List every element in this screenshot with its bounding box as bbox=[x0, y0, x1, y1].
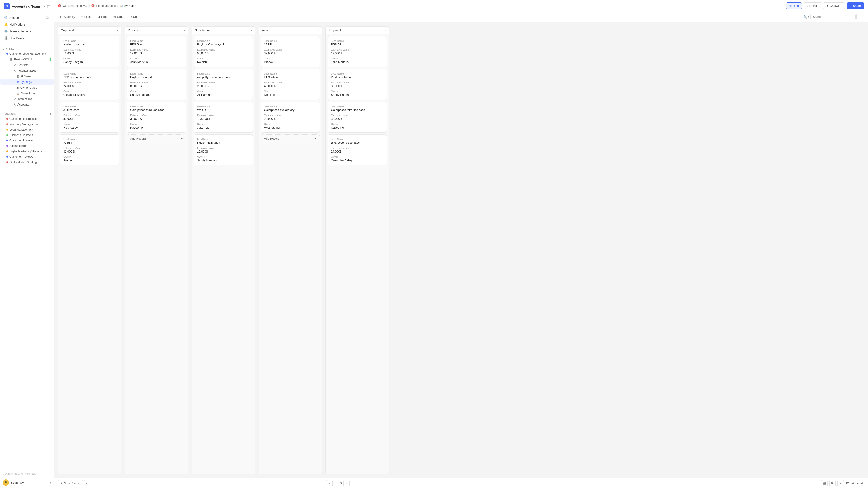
card-proposal2-0[interactable]: Lead Name BPS Pilot Estimated Value 12,0… bbox=[328, 36, 387, 67]
share-button[interactable]: ↑ Share bbox=[847, 2, 864, 9]
card-proposal-2[interactable]: Lead Name Galerprises third use case Est… bbox=[127, 102, 186, 133]
card-negotiation-1[interactable]: Lead Name Acepolly second use case Estim… bbox=[194, 69, 253, 100]
col-chevron-captured[interactable]: ▾ bbox=[117, 29, 118, 32]
owner-value: Jake Tyler bbox=[197, 126, 250, 129]
sidebar-item-search[interactable]: 🔍 Search ⌘K bbox=[2, 14, 52, 21]
search-box[interactable] bbox=[810, 14, 856, 20]
fields-button[interactable]: ▤ Fields bbox=[78, 14, 94, 20]
owner-value: Pranav bbox=[264, 60, 316, 64]
search-input[interactable] bbox=[813, 15, 853, 19]
owner-value: John Martello bbox=[130, 60, 183, 64]
card-captured-1[interactable]: Lead Name BPS second use case Estimated … bbox=[60, 69, 119, 100]
team-dropdown-icon[interactable]: ▾ bbox=[44, 5, 45, 8]
col-chevron-won[interactable]: ▾ bbox=[318, 29, 319, 32]
lead-name-value: Galerprises third use case bbox=[331, 108, 383, 111]
toolbar-options-button[interactable]: ⋯ bbox=[857, 13, 864, 20]
next-page-button[interactable]: › bbox=[343, 480, 350, 486]
card-captured-3[interactable]: Lead Name JJ RFI Estimated Value 32,000 … bbox=[60, 134, 119, 165]
topbar-data-btn[interactable]: ▦ Data bbox=[786, 2, 802, 9]
lead-name-label: Lead Name bbox=[197, 138, 250, 140]
card-captured-0[interactable]: Lead Name Huyler main team Estimated Val… bbox=[60, 36, 119, 67]
toolbar-search-dropdown[interactable]: ▾ bbox=[808, 15, 809, 19]
sidebar-item-lm[interactable]: Lead Management bbox=[0, 127, 54, 132]
sidebar-item-owner-cards[interactable]: ▣ Owner Cards bbox=[0, 85, 54, 90]
card-negotiation-2[interactable]: Lead Name Wolf RFI Estimated Value 103,0… bbox=[194, 102, 253, 133]
card-proposal2-1[interactable]: Lead Name Payless inbound Estimated Valu… bbox=[328, 69, 387, 100]
col-chevron-negotiation[interactable]: ▾ bbox=[251, 29, 252, 32]
col-header-proposal: Proposal ▾ bbox=[125, 26, 188, 34]
toolbar-more-button[interactable]: ⋮ bbox=[142, 14, 148, 20]
sidebar-item-clm[interactable]: Customer Lead Management bbox=[0, 51, 54, 57]
card-proposal2-3[interactable]: Lead Name BPS second use case Estimated … bbox=[328, 134, 387, 165]
breadcrumb-part-2[interactable]: Potential Sales bbox=[96, 4, 116, 7]
card-negotiation-0[interactable]: Lead Name Payless Cashways EU Estimated … bbox=[194, 36, 253, 67]
sidebar-item-postgresql[interactable]: 🗄 PostgreSQL ℹ ▊ bbox=[0, 57, 54, 62]
search-icon-toolbar: 🔍 bbox=[803, 15, 807, 19]
group-icon: ▦ bbox=[113, 15, 116, 19]
owner-value: Casandra Bailey bbox=[63, 93, 116, 96]
sidebar-item-team-settings[interactable]: ⚙️ Team & Settings bbox=[2, 28, 52, 35]
bottom-icon-btn-2[interactable]: ⊞ bbox=[829, 480, 836, 486]
sidebar-item-bc[interactable]: Business Contacts bbox=[0, 132, 54, 138]
add-record-btn-proposal[interactable]: Add Record + bbox=[127, 134, 186, 143]
card-captured-2[interactable]: Lead Name JJ first team Estimated Value … bbox=[60, 102, 119, 133]
search-shortcut: ⌘K bbox=[46, 16, 50, 19]
filter-label: Filter bbox=[101, 15, 108, 19]
sidebar-item-cr1[interactable]: Customer Reviews bbox=[0, 138, 54, 143]
lead-name-label: Lead Name bbox=[63, 72, 116, 75]
topbar-chatgpt-btn[interactable]: ✦ ChatGPT bbox=[823, 2, 845, 9]
new-record-dropdown-button[interactable]: ▾ bbox=[84, 480, 90, 486]
sidebar-item-sp[interactable]: Sales Pipeline bbox=[0, 143, 54, 149]
owner-label: Owner bbox=[264, 57, 316, 60]
sidebar-item-dms[interactable]: Digital Marketing Strategy bbox=[0, 149, 54, 154]
sidebar-item-sales-form[interactable]: 📋 Sales Form bbox=[0, 90, 54, 96]
kanban-col-won: Won ▾ Lead Name JJ RFI Estimated Value 3… bbox=[258, 26, 322, 475]
breadcrumb-part-1[interactable]: Customer lead M... bbox=[63, 4, 88, 7]
topbar-details-btn[interactable]: ≡ Details bbox=[804, 2, 821, 9]
lm-label: Lead Management bbox=[9, 128, 33, 131]
sidebar-item-im[interactable]: Inventory Management bbox=[0, 122, 54, 127]
col-title-proposal: Proposal bbox=[128, 29, 140, 32]
sidebar-item-new-project[interactable]: ➕ New Project bbox=[2, 35, 52, 41]
user-menu-icon[interactable]: ▾ bbox=[50, 481, 51, 484]
kanban-col-proposal2: Proposal ▾ Lead Name BPS Pilot Estimated… bbox=[326, 26, 389, 475]
card-proposal2-2[interactable]: Lead Name Galerprises third use case Est… bbox=[328, 102, 387, 133]
sp-label: Sales Pipeline bbox=[9, 144, 27, 148]
info-icon: ℹ bbox=[31, 58, 32, 61]
sidebar-item-contacts[interactable]: ◎ Contacts bbox=[0, 62, 54, 68]
bottom-icon-btn-1[interactable]: ▦ bbox=[821, 480, 828, 486]
card-won-1[interactable]: Lead Name EFC inbound Estimated Value 43… bbox=[260, 69, 320, 100]
est-value-value: 12,000 $ bbox=[331, 52, 383, 55]
owner-cards-icon: ▣ bbox=[16, 86, 19, 89]
card-proposal-1[interactable]: Lead Name Payless inbound Estimated Valu… bbox=[127, 69, 186, 100]
est-value-label: Estimated Value bbox=[264, 48, 316, 51]
est-value-label: Estimated Value bbox=[197, 81, 250, 84]
stack-by-button[interactable]: ⊞ Stack by bbox=[58, 14, 77, 20]
card-proposal-0[interactable]: Lead Name BPS Pilot Estimated Value 12,0… bbox=[127, 36, 186, 67]
card-negotiation-3[interactable]: Lead Name Huyler main team Estimated Val… bbox=[194, 134, 253, 165]
sidebar-item-ct[interactable]: Customer Testimonials bbox=[0, 116, 54, 122]
sidebar-toggle-icon[interactable]: ◫ bbox=[47, 4, 51, 8]
col-chevron-proposal2[interactable]: ▾ bbox=[384, 29, 386, 32]
sidebar-item-by-stage[interactable]: ▦ By Stage bbox=[0, 79, 54, 85]
owner-label: Owner bbox=[197, 90, 250, 93]
card-won-0[interactable]: Lead Name JJ RFI Estimated Value 32,000 … bbox=[260, 36, 320, 67]
sort-button[interactable]: ↕ Sort bbox=[128, 14, 141, 20]
col-title-won: Won bbox=[261, 29, 268, 32]
sidebar-item-all-sales[interactable]: ▦ All Sales bbox=[0, 73, 54, 79]
sidebar-item-gtm[interactable]: Go-to-Market Strategy bbox=[0, 160, 54, 165]
filter-button[interactable]: ⊿ Filter bbox=[95, 14, 110, 20]
add-project-icon[interactable]: + bbox=[50, 112, 51, 115]
group-button[interactable]: ▦ Group bbox=[111, 14, 127, 20]
sidebar-item-accounts[interactable]: ◎ Accounts bbox=[0, 102, 54, 107]
sidebar-item-potential-sales[interactable]: ◎ Potential Sales bbox=[0, 68, 54, 73]
sidebar-item-notifications[interactable]: 🔔 Notifications bbox=[2, 21, 52, 28]
add-record-btn-won[interactable]: Add Record + bbox=[260, 134, 320, 143]
new-record-button[interactable]: + New Record bbox=[58, 480, 83, 486]
prev-page-button[interactable]: ‹ bbox=[326, 480, 333, 486]
sidebar-item-interactions[interactable]: ◎ Interactions bbox=[0, 96, 54, 102]
card-won-2[interactable]: Lead Name Galerprises exploratory Estima… bbox=[260, 102, 320, 133]
sidebar-item-cr2[interactable]: Customer Reviews bbox=[0, 154, 54, 160]
bottom-icon-btn-3[interactable]: ≡ bbox=[837, 480, 844, 486]
col-chevron-proposal[interactable]: ▾ bbox=[184, 29, 185, 32]
